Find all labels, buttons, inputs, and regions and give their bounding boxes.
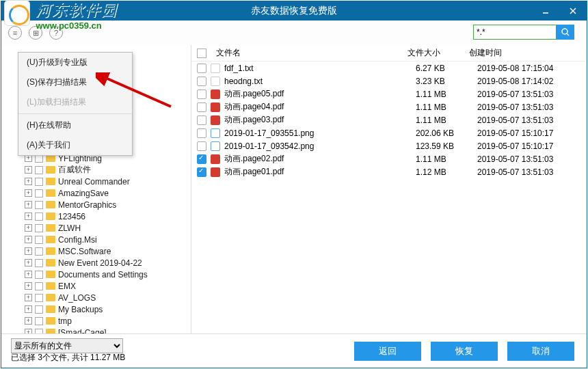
tree-item[interactable]: +New Event 2019-04-22 (1, 257, 191, 269)
tree-label: New Event 2019-04-22 (58, 258, 142, 268)
file-name: 动画.page03.pdf (224, 114, 416, 126)
file-name: 动画.page01.pdf (224, 166, 416, 178)
expand-icon[interactable]: + (25, 213, 32, 220)
tree-label: EMX (58, 282, 76, 291)
tree-label: 百威软件 (58, 164, 91, 176)
tree-checkbox[interactable] (35, 294, 43, 302)
tree-item[interactable]: +EMX (1, 280, 191, 292)
tree-checkbox[interactable] (35, 317, 43, 325)
expand-icon[interactable]: + (25, 329, 32, 333)
tree-item[interactable]: +[Smad-Cage] (1, 327, 191, 333)
tree-checkbox[interactable] (35, 259, 43, 267)
menu-item[interactable]: (A)关于我们 (18, 135, 132, 155)
expand-icon[interactable]: + (25, 178, 32, 185)
cancel-button[interactable]: 取消 (507, 342, 574, 361)
tree-checkbox[interactable] (35, 282, 43, 290)
file-row[interactable]: 动画.page03.pdf1.11 MB2019-05-07 13:51:03 (191, 113, 587, 126)
expand-icon[interactable]: + (25, 189, 32, 197)
file-checkbox[interactable] (197, 115, 206, 125)
file-row[interactable]: 动画.page01.pdf1.12 MB2019-05-07 13:51:03 (191, 165, 587, 178)
column-name[interactable]: 文件名 (216, 47, 407, 59)
folder-icon (46, 271, 55, 278)
menu-item[interactable]: (S)保存扫描结果 (18, 72, 132, 92)
file-row[interactable]: heodng.txt3.23 KB2019-05-08 17:14:02 (191, 74, 587, 87)
back-button[interactable]: 返回 (354, 342, 421, 361)
column-size[interactable]: 文件大小 (407, 47, 469, 59)
pdf-file-icon (211, 90, 220, 99)
file-checkbox[interactable] (197, 102, 206, 112)
expand-icon[interactable]: + (25, 259, 32, 266)
expand-icon[interactable]: + (25, 236, 32, 243)
tree-item[interactable]: +MentorGraphics (1, 199, 191, 210)
tree-item[interactable]: +My Backups (1, 303, 191, 315)
menu-toggle-icon[interactable]: ≡ (8, 26, 22, 40)
file-checkbox[interactable] (197, 128, 206, 138)
tree-checkbox[interactable] (35, 213, 43, 221)
expand-icon[interactable]: + (25, 224, 32, 232)
tree-label: ZLWH (58, 223, 81, 233)
file-checkbox[interactable] (197, 154, 206, 164)
tree-item[interactable]: +tmp (1, 315, 191, 327)
tree-item[interactable]: +MSC.Software (1, 245, 191, 257)
tree-checkbox[interactable] (35, 305, 43, 314)
expand-icon[interactable]: + (25, 201, 32, 208)
tree-label: MentorGraphics (58, 200, 116, 210)
expand-icon[interactable]: + (25, 247, 32, 255)
pdf-file-icon (211, 167, 220, 177)
file-checkbox[interactable] (197, 64, 206, 73)
file-name: fdf_1.txt (224, 64, 416, 73)
expand-icon[interactable]: + (25, 271, 32, 278)
column-date[interactable]: 创建时间 (469, 47, 578, 59)
tree-checkbox[interactable] (35, 224, 43, 232)
close-button[interactable] (559, 1, 587, 20)
expand-icon[interactable]: + (25, 166, 32, 174)
tree-checkbox[interactable] (35, 178, 43, 186)
tree-item[interactable]: +百威软件 (1, 164, 191, 176)
help-icon[interactable]: ? (49, 26, 63, 40)
recover-button[interactable]: 恢复 (431, 342, 498, 361)
file-checkbox[interactable] (197, 141, 206, 151)
menu-item[interactable]: (H)在线帮助 (18, 115, 132, 135)
expand-icon[interactable]: + (25, 294, 32, 301)
tree-label: tmp (58, 316, 72, 326)
folder-icon (46, 294, 55, 301)
tree-checkbox[interactable] (35, 189, 43, 197)
filter-select[interactable]: 显示所有的文件 (11, 338, 123, 353)
menu-item: (L)加载扫描结果 (18, 92, 132, 112)
minimize-button[interactable] (532, 1, 559, 20)
tree-item[interactable]: +ZLWH (1, 222, 191, 234)
tree-label: My Backups (58, 305, 103, 314)
tree-item[interactable]: +Documents and Settings (1, 269, 191, 280)
grid-view-icon[interactable]: ⊞ (29, 26, 42, 40)
tree-checkbox[interactable] (35, 329, 43, 334)
tree-checkbox[interactable] (35, 247, 43, 256)
file-row[interactable]: 2019-01-17_093542.png123.59 KB2019-05-07… (191, 139, 587, 152)
file-row[interactable]: 动画.page02.pdf1.11 MB2019-05-07 13:51:03 (191, 152, 587, 165)
tree-checkbox[interactable] (35, 166, 43, 174)
search-button[interactable] (557, 25, 574, 40)
file-checkbox[interactable] (197, 167, 206, 177)
menu-item[interactable]: (U)升级到专业版 (18, 53, 132, 72)
file-date: 2019-05-07 13:51:03 (477, 115, 587, 125)
tree-checkbox[interactable] (35, 271, 43, 279)
expand-icon[interactable]: + (25, 317, 32, 325)
expand-icon[interactable]: + (25, 282, 32, 290)
select-all-checkbox[interactable] (197, 49, 206, 58)
file-row[interactable]: 动画.page05.pdf1.11 MB2019-05-07 13:51:03 (191, 87, 587, 100)
file-row[interactable]: fdf_1.txt6.27 KB2019-05-08 17:15:04 (191, 62, 587, 74)
tree-item[interactable]: +123456 (1, 210, 191, 222)
file-size: 6.27 KB (416, 64, 477, 73)
search-input[interactable] (473, 25, 557, 40)
tree-item[interactable]: +AmazingSave (1, 187, 191, 199)
expand-icon[interactable]: + (25, 305, 32, 313)
tree-item[interactable]: +Config.Msi (1, 234, 191, 245)
tree-checkbox[interactable] (35, 236, 43, 244)
tree-checkbox[interactable] (35, 201, 43, 209)
file-row[interactable]: 动画.page04.pdf1.11 MB2019-05-07 13:51:03 (191, 100, 587, 113)
tree-item[interactable]: +AV_LOGS (1, 292, 191, 303)
svg-point-3 (562, 29, 567, 34)
file-checkbox[interactable] (197, 90, 206, 99)
tree-item[interactable]: +Unreal Commander (1, 176, 191, 187)
file-checkbox[interactable] (197, 77, 206, 86)
file-row[interactable]: 2019-01-17_093551.png202.06 KB2019-05-07… (191, 126, 587, 139)
